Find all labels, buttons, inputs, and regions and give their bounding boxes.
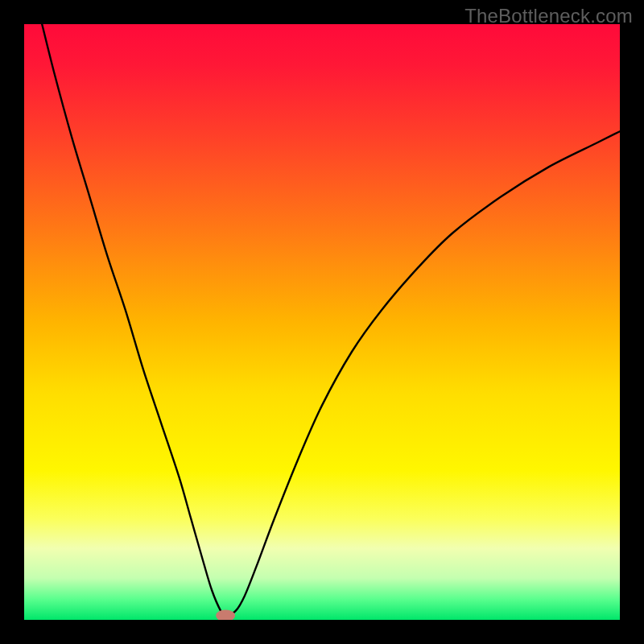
- chart-frame: TheBottleneck.com: [0, 0, 644, 644]
- plot-svg: [24, 24, 620, 620]
- plot-area: [24, 24, 620, 620]
- gradient-background: [24, 24, 620, 620]
